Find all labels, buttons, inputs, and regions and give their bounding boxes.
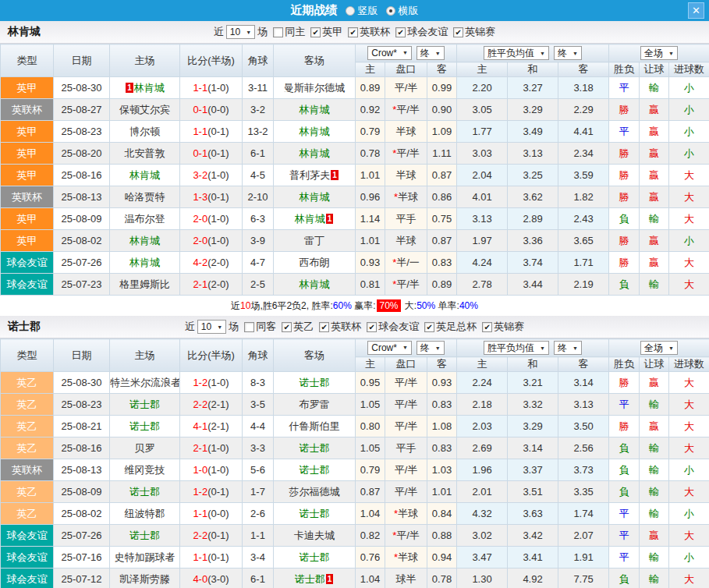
layout-option-horizontal[interactable]: 横版: [386, 4, 419, 18]
handicap-home-odds-cell: 0.79: [356, 459, 385, 481]
league-filter-checkbox[interactable]: 英足总杯: [424, 320, 477, 334]
select-value: 全场: [644, 342, 663, 355]
avg-home-cell: 2.03: [457, 416, 508, 437]
team-name: 特兰米尔流浪者: [110, 377, 180, 388]
match-row: 球会友谊25-07-23格里姆斯比2-1(2-0)2-5林肯城0.81*平/半0…: [1, 274, 709, 296]
league-filter-checkbox[interactable]: 英锦赛: [482, 320, 524, 334]
result-text: 負: [619, 573, 629, 585]
league-filter-checkbox[interactable]: 球会友谊: [367, 320, 419, 334]
result-text: 贏: [649, 235, 659, 246]
result-text: 平: [619, 508, 629, 519]
chevron-down-icon: ▼: [246, 30, 251, 35]
home-team-cell: 史特加踢球者: [110, 547, 180, 569]
select-value: 胜平负均值: [487, 342, 534, 355]
handicap-away-odds-cell: 0.87: [427, 165, 457, 186]
chevron-down-icon: ▼: [435, 345, 441, 351]
avg-draw-cell: 3.74: [508, 252, 558, 274]
result-cell: 勝: [609, 143, 640, 165]
halftime-score: (1-0): [207, 464, 229, 476]
fulltime-score: 4-1: [193, 420, 207, 432]
header-select[interactable]: 终▼: [417, 46, 445, 60]
checkbox-icon: [310, 27, 321, 37]
avg-draw-cell: 4.92: [508, 569, 558, 588]
home-team-cell: 维冈竞技: [110, 459, 180, 481]
match-type-cell: 英甲: [1, 165, 54, 186]
corner-cell: 6-3: [243, 208, 274, 230]
result-cell: 負: [609, 437, 640, 459]
checkbox-label: 英足总杯: [436, 320, 477, 334]
league-filter-checkbox[interactable]: 英甲: [310, 25, 342, 39]
header-select[interactable]: Crow*▼: [367, 46, 412, 60]
fulltime-score: 2-1: [193, 278, 207, 290]
header-select[interactable]: 终▼: [554, 341, 582, 355]
home-team-cell: 林肯城: [110, 230, 180, 252]
header-select[interactable]: 全场▼: [640, 341, 678, 355]
handicap-cell: 半球: [385, 230, 427, 252]
same-venue-checkbox[interactable]: 同主: [273, 25, 305, 39]
checkbox-icon: [482, 322, 492, 332]
date-cell: 25-08-27: [54, 99, 110, 121]
away-team-cell: 林肯城: [274, 99, 356, 121]
handicap-value: 半球: [396, 235, 417, 246]
score-cell: 0-1(0-0): [180, 99, 243, 121]
avg-home-cell: 2.18: [457, 394, 508, 416]
handicap-home-odds-cell: 1.14: [356, 208, 385, 230]
column-header: 比分(半场): [180, 44, 243, 77]
match-count-select[interactable]: 10▼: [226, 25, 255, 39]
away-team-cell: 西布朗: [274, 252, 356, 274]
match-type-cell: 球会友谊: [1, 569, 54, 588]
league-filter-checkbox[interactable]: 英乙: [282, 320, 314, 334]
checkbox-icon: [367, 322, 377, 332]
chevron-down-icon: ▼: [435, 51, 441, 56]
result-text: 輸: [649, 464, 659, 476]
section-team-name: 诺士郡: [8, 320, 41, 334]
result-text: 勝: [619, 257, 629, 268]
match-row: 英甲25-08-301林肯城1-1(1-0)3-11曼斯菲尔德城0.89平/半0…: [1, 77, 709, 99]
league-filter-checkbox[interactable]: 英联杯: [348, 25, 390, 39]
result-text: 輸: [649, 278, 659, 290]
avg-home-cell: 2.78: [457, 274, 508, 296]
chevron-down-icon: ▼: [402, 50, 408, 55]
summary-part: 单率:: [435, 300, 459, 311]
avg-away-cell: 3.18: [558, 77, 609, 99]
date-cell: 25-08-09: [54, 208, 110, 230]
handicap-away-odds-cell: 0.83: [427, 252, 457, 274]
handicap-value: 平手: [396, 442, 417, 454]
league-filter-checkbox[interactable]: 英联杯: [319, 320, 361, 334]
header-select[interactable]: 全场▼: [640, 46, 678, 60]
avg-away-cell: 3.14: [558, 372, 609, 394]
corner-cell: 4-5: [243, 165, 274, 186]
match-count-select[interactable]: 10▼: [197, 320, 226, 334]
result-text: 小: [684, 235, 694, 246]
team-name: 林肯城: [300, 147, 330, 159]
home-team-cell: 格里姆斯比: [110, 274, 180, 296]
close-button[interactable]: ✕: [688, 2, 704, 19]
fulltime-score: 1-3: [193, 191, 207, 203]
league-filter-checkbox[interactable]: 球会友谊: [395, 25, 448, 39]
handicap-result-cell: 輸: [640, 459, 669, 481]
header-select[interactable]: 终▼: [554, 46, 582, 60]
match-type-cell: 英联杯: [1, 459, 54, 481]
sub-column-header: 和: [508, 62, 558, 77]
team-name: 布罗雷: [300, 398, 330, 410]
avg-home-cell: 2.20: [457, 77, 508, 99]
select-value: Crow*: [371, 342, 397, 353]
header-select[interactable]: 胜平负均值▼: [484, 341, 549, 355]
header-select[interactable]: 胜平负均值▼: [484, 46, 549, 60]
league-filter-checkbox[interactable]: 英锦赛: [453, 25, 495, 39]
score-cell: 1-3(0-1): [180, 186, 243, 208]
team-name: 温布尔登: [125, 213, 165, 225]
avg-home-cell: 3.05: [457, 99, 508, 121]
sub-column-header: 客: [558, 62, 609, 77]
header-select[interactable]: 终▼: [417, 341, 445, 355]
header-select[interactable]: Crow*▼: [367, 341, 412, 355]
summary-part: 40%: [459, 300, 478, 311]
corner-cell: 3-5: [243, 394, 274, 416]
layout-option-vertical[interactable]: 竖版: [346, 4, 378, 18]
handicap-cell: 平/半: [385, 416, 427, 437]
home-team-cell: 保顿艾尔宾: [110, 99, 180, 121]
sub-column-header: 盘口: [385, 62, 427, 77]
handicap-cell: 球半: [385, 569, 427, 588]
same-venue-checkbox[interactable]: 同客: [244, 320, 276, 334]
team-name: 博尔顿: [129, 126, 160, 137]
